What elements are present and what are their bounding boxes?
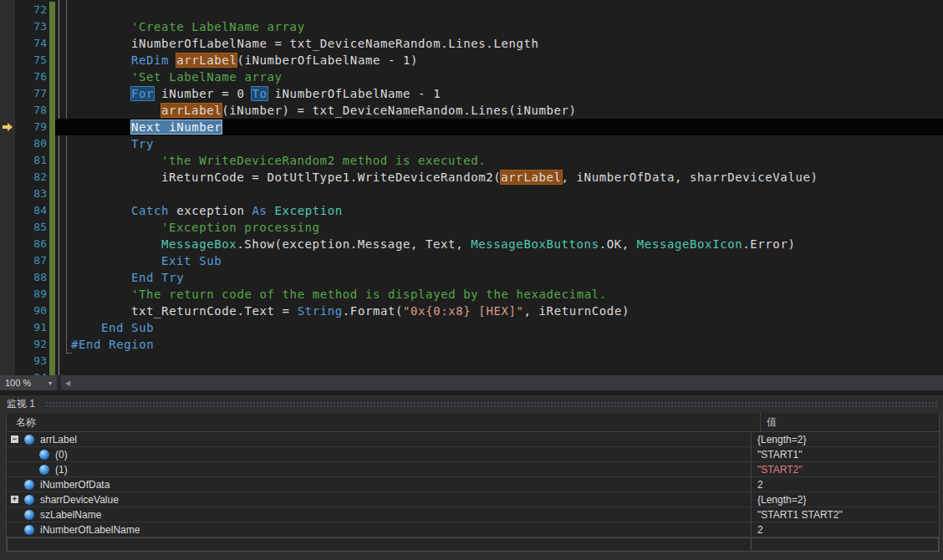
code-line-text: MessageBox.Show(exception.Message, Text,…	[71, 236, 795, 252]
change-tracking-bar	[49, 236, 55, 252]
code-line[interactable]: 93	[0, 353, 943, 369]
watch-row[interactable]: iNumberOfData2	[7, 477, 939, 492]
code-line-text: arrLabel(iNumber) = txt_DeviceNameRandom…	[71, 102, 577, 119]
watch-value-cell[interactable]: 2	[752, 477, 939, 491]
watch-row[interactable]: (0)"START1"	[7, 447, 939, 462]
watch-row[interactable]: (1)"START2"	[7, 462, 939, 477]
watch-variable-name: (1)	[55, 464, 68, 476]
code-line[interactable]: 81'the WriteDeviceRandom2 method is exec…	[0, 152, 943, 169]
line-number: 90	[0, 303, 47, 319]
change-tracking-bar	[49, 219, 55, 236]
code-line[interactable]: 91End Sub	[0, 319, 943, 336]
line-number: 76	[0, 69, 47, 85]
expander-spacer	[26, 466, 33, 473]
zoom-level-dropdown[interactable]: 100 % ▾	[0, 375, 57, 390]
line-number: 75	[0, 52, 47, 69]
watch-value-cell[interactable]: {Length=2}	[752, 492, 939, 507]
line-number: 93	[0, 353, 47, 369]
code-token: arrLabel	[176, 53, 237, 67]
code-line[interactable]: 73'Create LabelName array	[0, 18, 943, 35]
line-number: 84	[0, 202, 47, 219]
watch-name-cell: iNumberOfData	[7, 477, 752, 491]
variable-icon	[24, 495, 34, 505]
code-token: To	[252, 87, 267, 100]
code-line[interactable]: 76'Set LabelName array	[0, 69, 943, 85]
code-line[interactable]: 92#End Region	[0, 336, 943, 353]
watch-row[interactable]: szLabelName"START1 START2"	[7, 507, 939, 522]
line-number: 91	[0, 319, 47, 336]
line-number: 79	[0, 119, 47, 135]
watch-value-cell[interactable]: {Length=2}	[752, 432, 939, 446]
watch-variable-value: 2	[757, 479, 763, 491]
code-line[interactable]: 75ReDim arrLabel(iNumberOfLabelName - 1)	[0, 52, 943, 69]
watch-value-cell[interactable]: 2	[752, 522, 939, 537]
change-tracking-bar	[49, 2, 55, 18]
code-line[interactable]: 85'Exception processing	[0, 219, 943, 236]
code-line[interactable]: 82iReturnCode = DotUtlType1.WriteDeviceR…	[0, 169, 943, 186]
change-tracking-bar	[49, 69, 55, 85]
code-editor[interactable]: 7273'Create LabelName array74iNumberOfLa…	[0, 0, 943, 375]
code-token: arrLabel	[501, 171, 561, 184]
watch-row[interactable]: −arrLabel{Length=2}	[7, 432, 939, 447]
code-line[interactable]: 74iNumberOfLabelName = txt_DeviceNameRan…	[0, 35, 943, 52]
variable-icon	[24, 435, 34, 445]
code-token: As	[252, 204, 267, 217]
code-line-text: iReturnCode = DotUtlType1.WriteDeviceRan…	[71, 169, 818, 186]
watch-row[interactable]: +sharrDeviceValue{Length=2}	[7, 492, 939, 507]
code-line-text: End Sub	[71, 319, 154, 336]
code-line[interactable]: 77For iNumber = 0 To iNumberOfLabelName …	[0, 85, 943, 102]
line-number: 87	[0, 252, 47, 269]
code-line[interactable]: 72	[0, 2, 943, 18]
code-line[interactable]: 87Exit Sub	[0, 252, 943, 269]
code-line-text: 'Create LabelName array	[71, 18, 305, 35]
code-token: 'Set LabelName array	[131, 70, 283, 84]
watch-value-cell[interactable]: "START1"	[752, 447, 939, 461]
code-line[interactable]: 94	[0, 369, 943, 375]
column-header-value[interactable]: 值	[761, 415, 939, 430]
watch-title-bar[interactable]: 监视 1	[0, 395, 943, 413]
watch-name-cell: +sharrDeviceValue	[7, 492, 752, 507]
watch-variable-value: "START1"	[757, 449, 802, 461]
code-line[interactable]: 86MessageBox.Show(exception.Message, Tex…	[0, 236, 943, 252]
change-tracking-bar	[49, 102, 55, 119]
code-line-text: End Try	[71, 269, 184, 286]
code-line[interactable]: 90txt_ReturnCode.Text = String.Format("0…	[0, 303, 943, 319]
horizontal-scrollbar[interactable]	[74, 375, 943, 390]
code-token: #End Region	[71, 338, 154, 351]
watch-window: 监视 1 名称 值 −arrLabel{Length=2}(0)"START1"…	[0, 395, 943, 560]
code-line-text: 'the WriteDeviceRandom2 method is execut…	[71, 152, 486, 169]
code-line[interactable]: 80Try	[0, 135, 943, 152]
column-header-name[interactable]: 名称	[7, 413, 761, 431]
add-watch-name-cell[interactable]	[7, 537, 752, 552]
collapse-icon[interactable]: −	[11, 435, 18, 443]
change-tracking-bar	[49, 186, 55, 202]
expand-icon[interactable]: +	[11, 496, 18, 503]
watch-variable-name: (0)	[55, 449, 68, 461]
code-line[interactable]: 79Next iNumber	[0, 119, 943, 135]
code-line[interactable]: 84Catch exception As Exception	[0, 202, 943, 219]
code-token: iNumberOfLabelName = txt_DeviceNameRando…	[131, 37, 539, 50]
code-token: MessageBox	[161, 237, 237, 251]
code-token: 'the WriteDeviceRandom2 method is execut…	[161, 154, 486, 167]
watch-value-cell[interactable]: "START1 START2"	[752, 507, 939, 522]
line-number: 77	[0, 85, 47, 102]
watch-header-row: 名称 值	[7, 413, 939, 432]
line-number: 85	[0, 219, 47, 236]
code-line[interactable]: 88End Try	[0, 269, 943, 286]
code-line[interactable]: 89'The return code of the method is disp…	[0, 286, 943, 303]
code-token: Try	[131, 137, 154, 150]
change-tracking-bar	[49, 135, 55, 152]
watch-add-row[interactable]	[7, 537, 939, 552]
change-tracking-bar	[49, 202, 55, 219]
code-token: txt_ReturnCode.Text =	[131, 304, 298, 318]
code-token: .OK,	[599, 237, 637, 251]
code-token: , iReturnCode)	[524, 304, 630, 318]
scroll-left-button[interactable]: ◀	[61, 375, 74, 390]
watch-value-cell[interactable]: "START2"	[752, 462, 939, 476]
scroll-left-icon: ◀	[65, 379, 70, 387]
change-tracking-bar	[49, 369, 55, 375]
watch-row[interactable]: iNumberOfLabelName2	[7, 522, 939, 537]
line-number: 92	[0, 336, 47, 353]
code-line[interactable]: 83	[0, 186, 943, 202]
code-line[interactable]: 78arrLabel(iNumber) = txt_DeviceNameRand…	[0, 102, 943, 119]
